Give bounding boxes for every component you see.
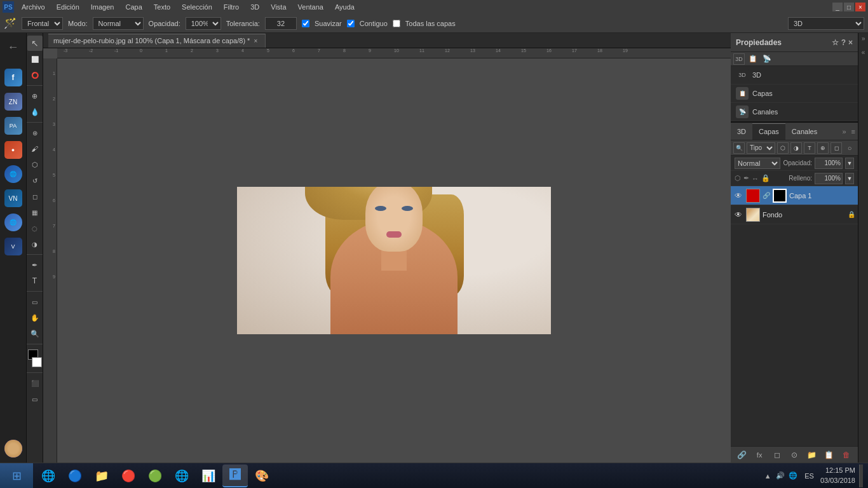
layer-row-fondo[interactable]: 👁 Fondo 🔒 (731, 205, 858, 224)
layer-fx-button[interactable]: fx (753, 449, 766, 461)
menu-edicion[interactable]: Edición (51, 2, 85, 12)
menu-capa[interactable]: Capa (120, 2, 147, 12)
dock-app-2[interactable]: ZN (2, 90, 25, 113)
tab-3d[interactable]: 3D (731, 123, 752, 140)
layer-delete-button[interactable]: 🗑 (840, 449, 853, 461)
smooth-checkbox[interactable] (302, 20, 309, 27)
layer-filter-pixel[interactable]: ⬡ (777, 142, 789, 154)
tool-type[interactable]: T (27, 273, 43, 288)
taskbar-app3[interactable]: 🌐 (169, 464, 194, 487)
show-desktop-button[interactable] (859, 464, 863, 487)
layer-row-capa1[interactable]: 👁 🔗 Capa 1 (731, 186, 858, 205)
tab-capas[interactable]: Capas (752, 123, 785, 140)
menu-archivo[interactable]: Archivo (17, 2, 50, 12)
layer-mode-select[interactable]: Normal (735, 158, 780, 169)
layer-filter-smart[interactable]: ◻ (831, 142, 842, 154)
fill-btn[interactable]: ▼ (845, 173, 854, 184)
menu-texto[interactable]: Texto (149, 2, 175, 12)
tolerance-input[interactable] (265, 17, 297, 30)
layer-filter-type[interactable]: T (804, 142, 815, 154)
lock-paint-icon[interactable]: ✒ (743, 174, 749, 182)
tool-lasso[interactable]: ⭕ (27, 67, 43, 83)
panel-expand-arrow[interactable]: » (839, 128, 848, 135)
tab-close-button[interactable]: × (254, 37, 260, 44)
layer-group-button[interactable]: 📁 (805, 449, 818, 461)
tray-network-icon[interactable]: 🌐 (788, 471, 798, 481)
background-color[interactable] (32, 357, 42, 367)
tool-dodge[interactable]: ◑ (27, 236, 43, 252)
menu-3d[interactable]: 3D (245, 2, 264, 12)
opacity-select[interactable]: 100% (186, 17, 221, 30)
canvas-scroll[interactable]: -3 -2 -1 0 1 2 3 4 5 6 7 8 9 10 11 12 13 (43, 48, 731, 463)
tool-eyedropper[interactable]: 💧 (27, 104, 43, 119)
layer-new-button[interactable]: 📋 (823, 449, 836, 461)
lock-transparent-icon[interactable]: ⬡ (735, 174, 741, 182)
menu-vista[interactable]: Vista (266, 2, 291, 12)
tool-pen[interactable]: ✒ (27, 257, 43, 273)
layer-tipo-select[interactable]: Tipo (747, 142, 775, 154)
prop-3d-icon[interactable]: 3D (733, 53, 745, 65)
layer-filter-toggle[interactable]: ○ (844, 142, 855, 154)
taskbar-clock[interactable]: 12:15 PM 03/03/2018 (820, 466, 855, 485)
tool-shape[interactable]: ▭ (27, 294, 43, 309)
fill-value-display[interactable]: 100% (815, 173, 843, 184)
layer-tipo-icon[interactable]: 🔍 (733, 142, 745, 154)
prop-section-capas[interactable]: 📋 Capas (731, 85, 858, 103)
tool-gradient[interactable]: ▦ (27, 205, 43, 220)
tool-marquee[interactable]: ⬜ (27, 51, 43, 67)
dock-app-6[interactable]: VN (2, 187, 25, 210)
layer-eye-fondo[interactable]: 👁 (733, 210, 743, 220)
tab-canales[interactable]: Canales (785, 123, 824, 140)
layer-mask-capa1[interactable] (773, 189, 787, 203)
collapse-down-icon[interactable]: « (862, 49, 865, 56)
view-select[interactable]: Frontal (22, 17, 63, 30)
dock-back-button[interactable]: ← (2, 36, 25, 58)
taskbar-chrome[interactable]: 🔵 (62, 464, 88, 487)
tool-brush[interactable]: 🖌 (27, 141, 43, 156)
layer-eye-capa1[interactable]: 👁 (733, 191, 743, 201)
taskbar-excel[interactable]: 📊 (196, 464, 221, 487)
document-tab[interactable]: mujer-de-pelo-rubio.jpg al 100% (Capa 1,… (48, 34, 266, 48)
prop-section-3d[interactable]: 3D 3D (731, 66, 858, 85)
dock-app-3[interactable]: PA (2, 114, 25, 137)
tool-crop[interactable]: ⊕ (27, 88, 43, 104)
dock-app-7[interactable]: 🌐 (2, 211, 25, 234)
contiguous-checkbox[interactable] (347, 20, 355, 27)
lock-all-icon[interactable]: 🔒 (761, 174, 770, 182)
prop-section-canales[interactable]: 📡 Canales (731, 103, 858, 121)
tool-stamp[interactable]: ⬡ (27, 157, 43, 172)
opacity-btn[interactable]: ▼ (845, 158, 854, 169)
layer-thumb-capa1[interactable] (746, 189, 760, 203)
panel-menu-icon[interactable]: ≡ (849, 128, 858, 135)
tray-volume-icon[interactable]: 🔊 (775, 471, 785, 481)
minimize-button[interactable]: _ (832, 3, 843, 11)
taskbar-paintapp[interactable]: 🎨 (249, 464, 275, 487)
properties-close-icon[interactable]: × (848, 38, 853, 47)
layer-adjustment-button[interactable]: ⊙ (788, 449, 801, 461)
tool-healing[interactable]: ⊛ (27, 125, 43, 140)
tool-move[interactable]: ↖ (27, 36, 43, 51)
tool-quickmask[interactable]: ⬛ (27, 376, 43, 391)
taskbar-explorer[interactable]: 📁 (89, 464, 114, 487)
taskbar-app1[interactable]: 🔴 (116, 464, 141, 487)
tool-history-brush[interactable]: ↺ (27, 173, 43, 188)
maximize-button[interactable]: □ (844, 3, 854, 11)
menu-filtro[interactable]: Filtro (219, 2, 244, 12)
menu-imagen[interactable]: Imagen (86, 2, 119, 12)
dock-user-avatar[interactable] (2, 437, 25, 460)
menu-ayuda[interactable]: Ayuda (330, 2, 360, 12)
start-button[interactable]: ⊞ (0, 463, 33, 489)
opacity-value-display[interactable]: 100% (815, 158, 843, 169)
lock-position-icon[interactable]: ↔ (752, 175, 759, 182)
all-layers-checkbox[interactable] (393, 20, 400, 27)
dock-app-1[interactable]: f (2, 66, 25, 89)
layer-link-button[interactable]: 🔗 (736, 449, 749, 461)
menu-seleccion[interactable]: Selección (177, 2, 217, 12)
tool-zoom[interactable]: 🔍 (27, 326, 43, 341)
tool-screen[interactable]: ▭ (27, 391, 43, 407)
layer-link-capa1[interactable]: 🔗 (763, 191, 770, 201)
layer-mask-button[interactable]: ◻ (771, 449, 783, 461)
language-indicator[interactable]: ES (802, 471, 817, 481)
close-button[interactable]: × (855, 3, 865, 11)
tool-eraser[interactable]: ◻ (27, 189, 43, 204)
